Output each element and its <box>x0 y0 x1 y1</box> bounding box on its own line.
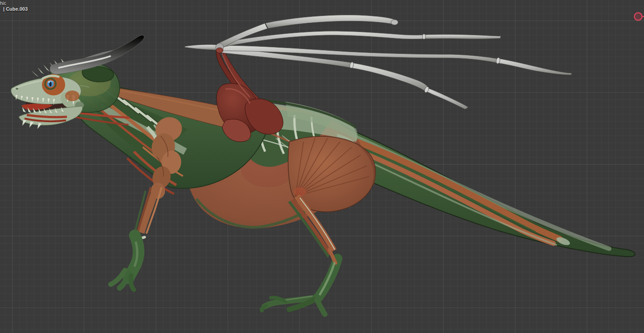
tail[interactable] <box>347 128 635 257</box>
x-axis-gizmo-icon[interactable] <box>626 0 644 27</box>
3d-viewport[interactable]: hic | Cube.003 <box>0 0 644 333</box>
screenshot-root: hic | Cube.003 <box>0 0 644 333</box>
wing-muscles[interactable] <box>216 47 283 142</box>
dragon-anatomy-model[interactable] <box>0 0 644 333</box>
eye <box>45 78 56 90</box>
